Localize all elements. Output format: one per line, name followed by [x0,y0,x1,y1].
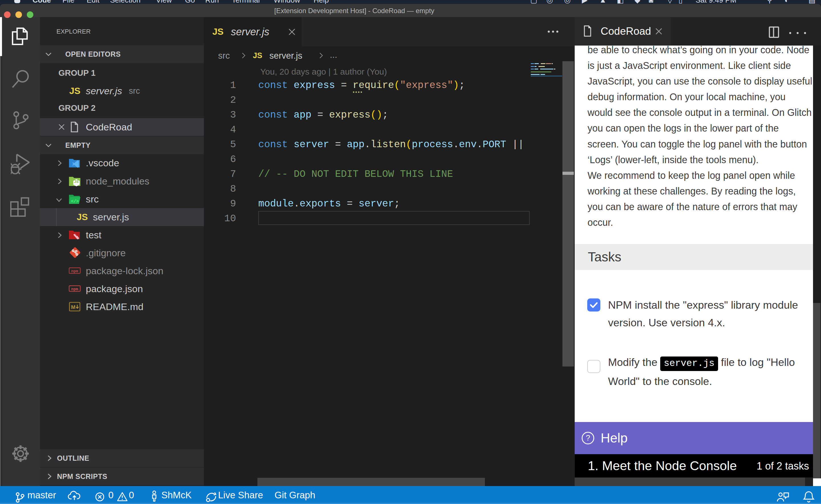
svg-text:M: M [71,304,75,310]
svg-text:npm: npm [71,287,78,291]
svg-text:npm: npm [71,269,78,273]
svg-text:?: ? [586,433,590,442]
svg-text:JS: JS [74,179,79,184]
svg-text:</>: </> [71,199,79,204]
